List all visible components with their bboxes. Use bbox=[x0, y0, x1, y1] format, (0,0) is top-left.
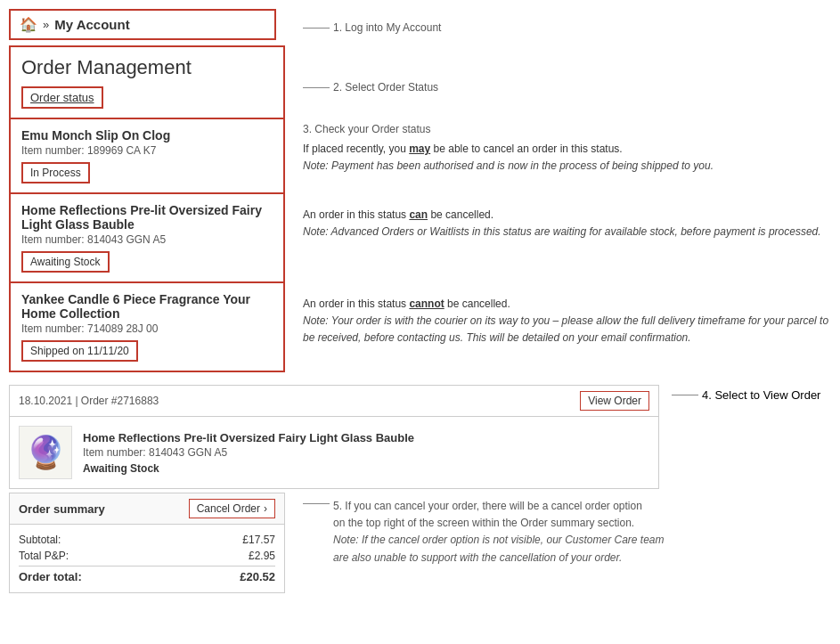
item2-number: Item number: 814043 GGN A5 bbox=[21, 233, 273, 246]
bauble-icon: 🔮 bbox=[26, 434, 66, 471]
step3-label: 3. Check your Order status bbox=[303, 123, 837, 135]
breadcrumb-arrow: » bbox=[43, 18, 49, 31]
product-thumbnail: 🔮 bbox=[19, 426, 72, 479]
subtotal-value: £17.57 bbox=[242, 534, 275, 546]
detail-product-name: Home Reflections Pre-lit Oversized Fairy… bbox=[83, 431, 414, 444]
total-row: Order total: £20.52 bbox=[19, 566, 275, 585]
breadcrumb: 🏠 » My Account bbox=[9, 9, 276, 40]
item2-status: Awaiting Stock bbox=[21, 251, 110, 273]
order-detail-section: 18.10.2021 | Order #2716883 View Order 🔮… bbox=[9, 385, 659, 489]
item3-status: Shipped on 11/11/20 bbox=[21, 340, 138, 362]
order-summary-body: Subtotal: £17.57 Total P&P: £2.95 Order … bbox=[10, 525, 284, 592]
cancel-order-button[interactable]: Cancel Order › bbox=[189, 499, 275, 518]
step2-annotation: 2. Select Order Status bbox=[333, 81, 438, 94]
item1-description: If placed recently, you may be able to c… bbox=[303, 141, 837, 175]
order-management-box: Order Management Order status bbox=[9, 45, 285, 119]
item1-number: Item number: 189969 CA K7 bbox=[21, 144, 273, 157]
step1-annotation: 1. Log into My Account bbox=[333, 21, 441, 34]
item1-status: In Process bbox=[21, 162, 90, 183]
item2-name: Home Reflections Pre-lit Oversized Fairy… bbox=[21, 203, 273, 232]
pp-row: Total P&P: £2.95 bbox=[19, 548, 275, 564]
view-order-button[interactable]: View Order bbox=[580, 391, 649, 411]
pp-label: Total P&P: bbox=[19, 550, 69, 562]
item1-name: Emu Monch Slip On Clog bbox=[21, 128, 273, 143]
home-icon: 🏠 bbox=[20, 16, 37, 33]
pp-value: £2.95 bbox=[249, 550, 275, 562]
subtotal-row: Subtotal: £17.57 bbox=[19, 532, 275, 548]
order-status-filter[interactable]: Order status bbox=[21, 86, 103, 109]
cancel-arrow-icon: › bbox=[264, 502, 267, 515]
order-item-1: Emu Monch Slip On Clog Item number: 1899… bbox=[9, 118, 285, 194]
step4-annotation: 4. Select to View Order bbox=[702, 388, 820, 402]
item3-number: Item number: 714089 28J 00 bbox=[21, 322, 273, 335]
order-summary-header: Order summary Cancel Order › bbox=[10, 493, 284, 525]
order-summary-section: Order summary Cancel Order › Subtotal: £… bbox=[9, 493, 285, 593]
order-detail-header: 18.10.2021 | Order #2716883 View Order bbox=[10, 386, 658, 417]
total-label: Order total: bbox=[19, 570, 82, 583]
order-date-number: 18.10.2021 | Order #2716883 bbox=[19, 395, 159, 407]
subtotal-label: Subtotal: bbox=[19, 534, 61, 546]
order-detail-body: 🔮 Home Reflections Pre-lit Oversized Fai… bbox=[10, 417, 658, 488]
detail-status: Awaiting Stock bbox=[83, 462, 414, 475]
order-mgmt-title: Order Management bbox=[21, 56, 273, 79]
item3-description: An order in this status cannot be cancel… bbox=[303, 296, 837, 347]
breadcrumb-label: My Account bbox=[54, 17, 129, 32]
order-item-3: Yankee Candle 6 Piece Fragrance Your Hom… bbox=[9, 281, 285, 372]
detail-item-number: Item number: 814043 GGN A5 bbox=[83, 446, 414, 459]
cancel-order-label: Cancel Order bbox=[197, 502, 260, 515]
total-value: £20.52 bbox=[240, 570, 275, 583]
product-info: Home Reflections Pre-lit Oversized Fairy… bbox=[83, 431, 414, 475]
order-item-2: Home Reflections Pre-lit Oversized Fairy… bbox=[9, 192, 285, 283]
item2-description: An order in this status can be cancelled… bbox=[303, 207, 837, 240]
step5-annotation: 5. If you can cancel your order, there w… bbox=[333, 498, 665, 567]
order-summary-title: Order summary bbox=[19, 502, 105, 516]
item3-name: Yankee Candle 6 Piece Fragrance Your Hom… bbox=[21, 292, 273, 321]
